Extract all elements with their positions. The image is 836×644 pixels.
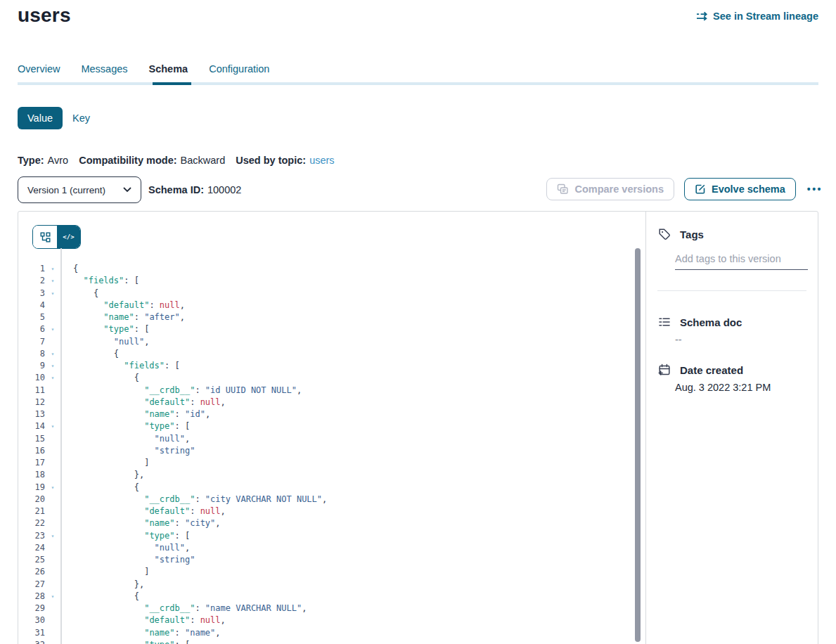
tags-section-header: Tags xyxy=(658,228,704,240)
schema-meta-row: Type: Avro Compatibility mode: Backward … xyxy=(18,155,335,166)
code-text: "string" xyxy=(60,445,195,457)
schema-page: users See in Stream lineage Overview Mes… xyxy=(0,0,836,644)
value-toggle-button[interactable]: Value xyxy=(18,107,63,129)
line-number: 16 xyxy=(18,445,45,457)
more-options-button[interactable]: ••• xyxy=(806,181,824,198)
code-text: "name": "name", xyxy=(60,627,221,639)
code-text: { xyxy=(60,288,98,300)
fold-arrow-icon[interactable]: ▾ xyxy=(45,482,60,494)
tab-bar: Overview Messages Schema Configuration xyxy=(18,63,269,75)
fold-spacer xyxy=(45,566,60,578)
tab-configuration[interactable]: Configuration xyxy=(209,63,269,75)
code-line: 21 "default": null, xyxy=(18,505,636,517)
code-text: { xyxy=(60,348,119,360)
line-number: 23 xyxy=(18,530,45,542)
code-line: 27 }, xyxy=(18,579,636,591)
fold-arrow-icon[interactable]: ▾ xyxy=(45,639,60,644)
fold-spacer xyxy=(45,614,60,626)
fold-spacer xyxy=(45,542,60,554)
tags-input[interactable] xyxy=(675,253,808,270)
fold-arrow-icon[interactable]: ▾ xyxy=(45,323,60,335)
code-line: 15 "null", xyxy=(18,433,636,445)
line-number: 24 xyxy=(18,542,45,554)
date-created-header: Date created xyxy=(658,363,743,376)
tree-view-icon xyxy=(40,232,51,243)
schema-id-label: Schema ID: xyxy=(148,184,204,195)
line-number: 30 xyxy=(18,614,45,626)
code-text: }, xyxy=(60,579,144,591)
code-line: 4 "default": null, xyxy=(18,300,636,311)
code-text: "name": "city", xyxy=(60,517,221,529)
line-number: 6 xyxy=(18,323,45,335)
page-title: users xyxy=(18,4,71,27)
fold-arrow-icon[interactable]: ▾ xyxy=(45,360,60,372)
fold-spacer xyxy=(45,457,60,469)
code-line: 23▾ "type": [ xyxy=(18,530,636,542)
code-text: "__crdb__": "id UUID NOT NULL", xyxy=(60,385,302,397)
fold-arrow-icon[interactable]: ▾ xyxy=(45,348,60,360)
code-line: 10▾ { xyxy=(18,372,636,384)
fold-spacer xyxy=(45,517,60,529)
code-text: ] xyxy=(60,566,149,578)
code-line: 16 "string" xyxy=(18,445,636,457)
schema-panel: </> 1▾{2▾ "fields": [3▾ {4 "default": nu… xyxy=(18,211,818,644)
code-line: 2▾ "fields": [ xyxy=(18,275,636,287)
tab-overview[interactable]: Overview xyxy=(18,63,60,75)
version-select[interactable]: Version 1 (current) xyxy=(18,176,141,203)
key-toggle-button[interactable]: Key xyxy=(72,112,90,124)
line-number: 21 xyxy=(18,505,45,517)
line-number: 28 xyxy=(18,591,45,603)
fold-arrow-icon[interactable]: ▾ xyxy=(45,591,60,603)
line-number: 32 xyxy=(18,639,45,644)
code-scrollbar[interactable] xyxy=(635,248,641,642)
fold-arrow-icon[interactable]: ▾ xyxy=(45,263,60,275)
active-tab-indicator xyxy=(153,82,191,85)
line-number: 29 xyxy=(18,603,45,614)
code-line: 14▾ "type": [ xyxy=(18,420,636,432)
calendar-add-icon xyxy=(658,363,671,376)
tab-messages[interactable]: Messages xyxy=(81,63,127,75)
code-text: "name": "after", xyxy=(60,311,185,323)
fold-spacer xyxy=(45,408,60,420)
meta-compatibility: Compatibility mode: Backward xyxy=(79,155,225,166)
chevron-down-icon xyxy=(123,187,131,193)
fold-spacer xyxy=(45,579,60,591)
code-text: "type": [ xyxy=(60,530,190,542)
code-text: "fields": [ xyxy=(60,360,180,372)
fold-arrow-icon[interactable]: ▾ xyxy=(45,275,60,287)
fold-arrow-icon[interactable]: ▾ xyxy=(45,420,60,432)
code-text: "default": null, xyxy=(60,397,226,408)
topic-link[interactable]: users xyxy=(309,155,334,166)
fold-arrow-icon[interactable]: ▾ xyxy=(45,288,60,300)
code-view-button[interactable]: </> xyxy=(57,226,80,248)
code-text: "__crdb__": "city VARCHAR NOT NULL", xyxy=(60,494,327,505)
code-viewer: </> 1▾{2▾ "fields": [3▾ {4 "default": nu… xyxy=(18,212,645,644)
line-number: 13 xyxy=(18,408,45,420)
tree-view-button[interactable] xyxy=(33,226,57,248)
schema-id-value: 100002 xyxy=(207,184,241,195)
tab-schema[interactable]: Schema xyxy=(149,63,188,75)
compare-versions-button[interactable]: Compare versions xyxy=(546,178,674,200)
line-number: 3 xyxy=(18,288,45,300)
fold-arrow-icon[interactable]: ▾ xyxy=(45,530,60,542)
line-number: 22 xyxy=(18,517,45,529)
code-line: 3▾ { xyxy=(18,288,636,300)
date-created-title: Date created xyxy=(680,364,743,376)
code-line: 30 "default": null, xyxy=(18,614,636,626)
code-text: "fields": [ xyxy=(60,275,139,287)
fold-spacer xyxy=(45,433,60,445)
line-number: 20 xyxy=(18,494,45,505)
stream-lineage-link[interactable]: See in Stream lineage xyxy=(696,11,818,22)
code-text: { xyxy=(60,482,139,494)
type-label: Type: xyxy=(18,155,44,166)
code-line: 11 "__crdb__": "id UUID NOT NULL", xyxy=(18,385,636,397)
meta-type: Type: Avro xyxy=(18,155,68,166)
code-line: 24 "null", xyxy=(18,542,636,554)
fold-spacer xyxy=(45,494,60,505)
fold-arrow-icon[interactable]: ▾ xyxy=(45,372,60,384)
evolve-schema-button[interactable]: Evolve schema xyxy=(684,178,796,200)
fold-spacer xyxy=(45,603,60,614)
fold-spacer xyxy=(45,505,60,517)
line-number: 26 xyxy=(18,566,45,578)
line-number: 5 xyxy=(18,311,45,323)
